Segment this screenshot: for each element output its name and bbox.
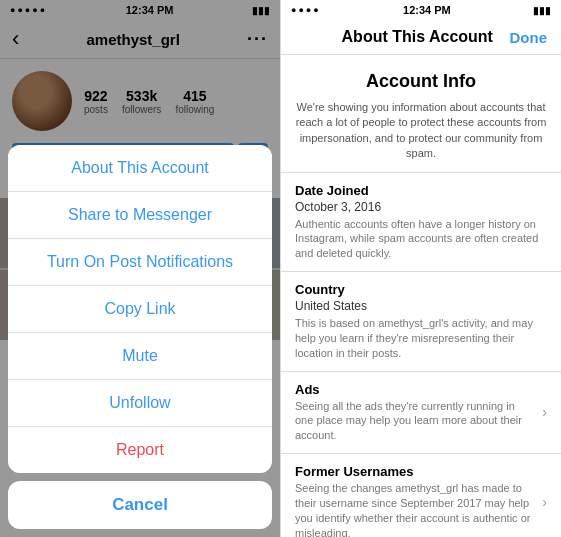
date-joined-desc: Authentic accounts often have a longer h… <box>295 217 547 262</box>
action-about-account[interactable]: About This Account <box>8 145 272 192</box>
chevron-icon-usernames: › <box>542 494 547 510</box>
cancel-button[interactable]: Cancel <box>8 481 272 529</box>
info-row-ads[interactable]: Ads Seeing all the ads they're currently… <box>281 372 561 455</box>
ads-title: Ads <box>295 382 534 397</box>
country-title: Country <box>295 282 547 297</box>
right-nav-title: About This Account <box>325 28 510 46</box>
account-info-section: Account Info We're showing you informati… <box>281 55 561 173</box>
right-panel: ●●●● 12:34 PM ▮▮▮ About This Account Don… <box>280 0 561 537</box>
done-button[interactable]: Done <box>510 29 548 46</box>
former-usernames-title: Former Usernames <box>295 464 534 479</box>
signal-dots-right: ●●●● <box>291 5 321 15</box>
action-mute[interactable]: Mute <box>8 333 272 380</box>
former-usernames-desc: Seeing the changes amethyst_grl has made… <box>295 481 534 537</box>
right-nav-bar: About This Account Done <box>281 20 561 55</box>
account-info-title: Account Info <box>295 71 547 92</box>
chevron-icon-ads: › <box>542 404 547 420</box>
time-right: 12:34 PM <box>403 4 451 16</box>
country-value: United States <box>295 299 547 313</box>
action-report[interactable]: Report <box>8 427 272 473</box>
info-row-date-joined: Date Joined October 3, 2016 Authentic ac… <box>281 173 561 273</box>
info-row-former-usernames[interactable]: Former Usernames Seeing the changes amet… <box>281 454 561 537</box>
status-bar-right: ●●●● 12:34 PM ▮▮▮ <box>281 0 561 20</box>
left-panel: ●●●●● 12:34 PM ▮▮▮ ‹ amethyst_grl ··· 92… <box>0 0 280 537</box>
action-copy-link[interactable]: Copy Link <box>8 286 272 333</box>
date-joined-title: Date Joined <box>295 183 547 198</box>
action-share-messenger[interactable]: Share to Messenger <box>8 192 272 239</box>
action-sheet-overlay: About This Account Share to Messenger Tu… <box>0 0 280 537</box>
action-post-notifications[interactable]: Turn On Post Notifications <box>8 239 272 286</box>
battery-right: ▮▮▮ <box>533 5 551 16</box>
action-unfollow[interactable]: Unfollow <box>8 380 272 427</box>
action-sheet: About This Account Share to Messenger Tu… <box>8 145 272 473</box>
date-joined-value: October 3, 2016 <box>295 200 547 214</box>
ads-desc: Seeing all the ads they're currently run… <box>295 399 534 444</box>
info-row-country: Country United States This is based on a… <box>281 272 561 372</box>
country-desc: This is based on amethyst_grl's activity… <box>295 316 547 361</box>
account-info-desc: We're showing you information about acco… <box>295 100 547 162</box>
